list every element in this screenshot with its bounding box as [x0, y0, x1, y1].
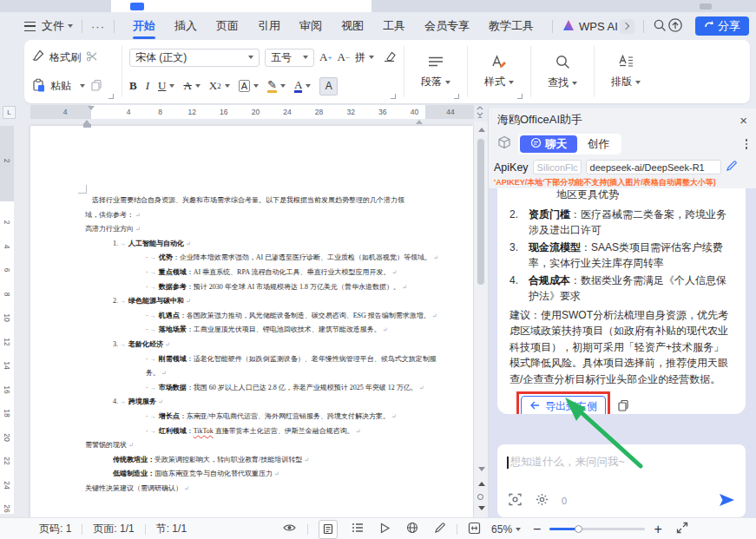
window-controls-icon[interactable] [700, 3, 712, 10]
menu-tab-视图[interactable]: 视图 [332, 12, 373, 40]
page-count[interactable]: 页面: 1/1 [93, 522, 134, 536]
menu-tab-页面[interactable]: 页面 [207, 12, 248, 40]
eye-protect-icon[interactable] [282, 522, 297, 536]
paragraph-launcher-icon[interactable] [454, 94, 459, 99]
more-menu[interactable]: ··· [91, 20, 105, 33]
font-launcher-icon[interactable] [391, 94, 396, 99]
menu-tab-引用[interactable]: 引用 [248, 12, 290, 40]
font-name-select[interactable]: 宋体 (正文) [129, 49, 260, 67]
cloud-upload-icon[interactable] [667, 17, 683, 36]
send-icon[interactable] [718, 493, 735, 509]
document-page[interactable]: 选择行业需要结合自身资源、兴趣和市场需求综合考量。以下是我根据当前发展趋势整理的… [30, 126, 473, 517]
zoom-in-button[interactable]: + [654, 522, 661, 537]
outline-view-icon[interactable] [352, 523, 364, 536]
fullscreen-icon[interactable] [676, 522, 688, 536]
chat-area[interactable]: 地区更具优势 2.资质门槛：医疗器械需二类备案，跨境业务涉及进出口许可3.现金流… [489, 188, 756, 517]
character-border-button[interactable]: A [239, 80, 259, 92]
shrink-font-button[interactable]: A− [337, 50, 349, 64]
paste-button[interactable]: 粘贴 [50, 79, 71, 94]
menu-tab-教学工具[interactable]: 教学工具 [479, 12, 543, 40]
section-info[interactable]: 节: 1/1 [156, 522, 187, 536]
document-scrollbar[interactable] [474, 122, 488, 517]
right-indent-marker[interactable] [416, 120, 423, 124]
vertical-ruler[interactable]: 22468101214161820222426 [0, 126, 14, 514]
typeset-group-button[interactable]: 排版 [602, 44, 650, 99]
scrollbar-thumb[interactable] [477, 139, 484, 285]
main-menu-icon[interactable] [24, 22, 36, 31]
panel-more-icon[interactable] [746, 139, 748, 149]
menu-tab-会员专享[interactable]: 会员专享 [415, 12, 479, 40]
highlight-color-button[interactable]: ✎ [267, 80, 286, 93]
screenshot-icon[interactable] [508, 492, 523, 509]
copy-icon[interactable] [90, 79, 102, 94]
ruler-toggle-icon[interactable] [475, 106, 487, 122]
zoom-caret-icon[interactable] [516, 528, 521, 531]
document-tab[interactable] [111, 0, 371, 12]
file-caret-icon[interactable] [68, 24, 73, 28]
fit-page-icon[interactable] [468, 522, 481, 537]
styles-group-button[interactable]: 样式 [475, 44, 523, 99]
paragraph-group-button[interactable]: 段落 [411, 44, 460, 99]
bold-button[interactable]: B [129, 79, 137, 93]
copy-message-icon[interactable] [617, 399, 629, 414]
paste-caret-icon[interactable] [80, 84, 85, 88]
file-menu[interactable]: 文件 [42, 18, 64, 34]
italic-button[interactable]: I [146, 79, 149, 93]
scroll-up-icon[interactable] [478, 128, 485, 132]
format-painter-icon[interactable] [31, 49, 44, 65]
hanging-indent-marker[interactable] [83, 120, 91, 128]
zoom-value[interactable]: 65% [491, 523, 512, 536]
export-to-left-button[interactable]: 导出到左侧 [521, 396, 606, 414]
clear-format-icon[interactable] [383, 49, 397, 65]
browse-object-icon[interactable] [477, 494, 483, 500]
menu-tab-工具[interactable]: 工具 [373, 12, 415, 40]
page-view-icon[interactable] [319, 520, 338, 539]
superscript-button[interactable]: X2 [209, 79, 230, 93]
web-view-icon[interactable] [406, 522, 418, 536]
paste-icon[interactable] [31, 78, 45, 95]
styles-launcher-icon[interactable] [517, 94, 523, 99]
phonetic-guide-button[interactable]: 拼 [355, 50, 374, 65]
zoom-out-button[interactable]: − [533, 522, 541, 537]
edit-apikey-icon[interactable] [726, 160, 738, 174]
previous-page-icon[interactable] [478, 482, 485, 486]
settings-gear-icon[interactable] [536, 493, 549, 509]
menu-tab-插入[interactable]: 插入 [165, 12, 207, 40]
format-painter-button[interactable]: 格式刷 [49, 50, 81, 65]
clipboard-launcher-icon[interactable] [108, 94, 114, 99]
wps-ai-menu[interactable]: WPS AI [579, 20, 618, 33]
play-view-icon[interactable] [379, 523, 391, 536]
share-button[interactable]: 分享 [695, 16, 749, 36]
tab-create[interactable]: 创作 [577, 135, 620, 153]
font-size-select[interactable]: 五号 [265, 49, 314, 67]
scroll-down-icon[interactable] [478, 467, 485, 471]
next-page-icon[interactable] [478, 506, 485, 510]
cut-icon[interactable] [86, 50, 98, 65]
model-field[interactable]: deepseek-ai/DeepSeek-R1 [586, 160, 721, 174]
page-number[interactable]: 页码: 1 [39, 522, 71, 536]
zoom-slider-knob[interactable] [575, 525, 582, 533]
character-shading-button[interactable]: A [319, 77, 338, 95]
first-line-indent-marker[interactable] [88, 106, 95, 110]
plugin-cube-icon[interactable] [497, 135, 511, 153]
horizontal-ruler[interactable]: 448121620242832364044 [30, 105, 474, 119]
menu-tab-开始[interactable]: 开始 [123, 12, 165, 40]
provider-field[interactable]: SiliconFlc [533, 160, 582, 174]
document-text[interactable]: 选择行业需要结合自身资源、兴趣和市场需求综合考量。以下是我根据当前发展趋势整理的… [85, 194, 451, 496]
zoom-slider[interactable] [549, 528, 645, 530]
wps-ai-expand-icon[interactable] [620, 19, 634, 34]
ink-pen-icon[interactable] [434, 522, 446, 536]
tab-selector[interactable]: L [3, 106, 16, 119]
find-group-button[interactable]: 查找 [538, 44, 587, 99]
close-panel-button[interactable]: × [740, 114, 747, 127]
hruler-number: 4 [58, 108, 72, 116]
strikethrough-button[interactable]: A [183, 79, 200, 93]
underline-button[interactable]: U [158, 79, 174, 93]
menu-tab-审阅[interactable]: 审阅 [290, 12, 332, 40]
chat-input[interactable]: 想知道什么，来问问我~ 0 [497, 444, 746, 517]
search-icon[interactable] [653, 18, 667, 35]
tab-chat[interactable]: 聊天 [520, 135, 577, 153]
font-color-button[interactable]: A [294, 80, 311, 93]
divider [643, 20, 644, 33]
grow-font-button[interactable]: A+ [319, 50, 332, 64]
